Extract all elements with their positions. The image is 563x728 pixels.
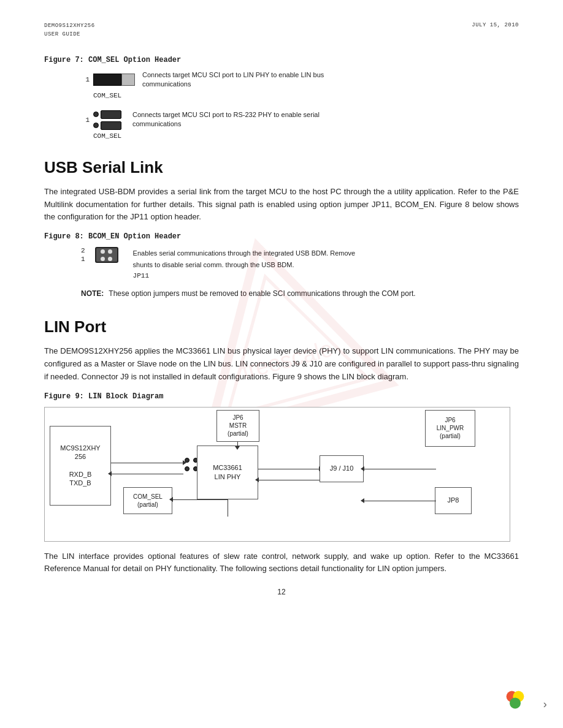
note-label: NOTE:: [81, 288, 104, 299]
fig8-dot3: [108, 249, 112, 254]
arrow-jp8: [364, 501, 436, 501]
fig7-rs232-text1: Connects target MCU SCI port to RS-232 P…: [132, 110, 320, 119]
fig8-dots-col1: [101, 249, 105, 261]
header-date: JULY 15, 2010: [472, 22, 519, 39]
fig9-j9j10-box: J9 / J10: [320, 455, 364, 482]
usb-section-heading: USB Serial Link: [44, 158, 519, 177]
fig9-phy-label: MC33661LIN PHY: [213, 463, 242, 481]
fig9-mcu-label: MC9S12XHY256RXD_BTXD_B: [60, 444, 100, 487]
next-arrow[interactable]: ›: [542, 699, 548, 711]
fig9-mcu-box: MC9S12XHY256RXD_BTXD_B: [50, 426, 111, 506]
fig7-title: Figure 7: COM_SEL Option Header: [44, 56, 519, 64]
usb-section-para: The integrated USB-BDM provides a serial…: [44, 186, 519, 224]
arrow-phy-com: [228, 499, 228, 517]
arrowhead-left1: [108, 471, 112, 476]
page-header: DEMO9S12XHY256 USER GUIDE JULY 15, 2010: [44, 22, 519, 39]
fig9-jp6-mstr-box: JP6MSTR(partial): [216, 410, 259, 442]
fig9-phy-box: MC33661LIN PHY: [197, 446, 258, 499]
fig8-jumper: [95, 247, 118, 263]
jumper-filled-block: [93, 74, 121, 86]
arrow-j9-right: [364, 469, 436, 469]
fig7-rs232-row: 1 Connects target MCU SCI port to RS-232…: [81, 110, 519, 130]
fig8-text1: Enables serial communications through th…: [133, 247, 356, 259]
fig9-title: Figure 9: LIN Block Diagram: [44, 392, 519, 401]
fig8-num2: 2: [81, 247, 85, 254]
arrowhead-down1: [235, 446, 240, 450]
jumper-rect1: [101, 110, 121, 119]
header-doc-type: USER GUIDE: [44, 31, 95, 39]
page-number: 12: [277, 588, 285, 596]
fig8-title: Figure 8: BCOM_EN Option Header: [44, 232, 519, 241]
fig8-dot1: [101, 249, 105, 254]
fig7-lin-jumper: [93, 74, 135, 86]
fig7-lin-label: COM_SEL: [93, 92, 519, 99]
arrow-h-com: [172, 499, 228, 500]
fig9-title-text: Figure 9: LIN Block Diagram: [44, 392, 163, 401]
fig7-lin-config: 1 Connects target MCU SCI port to LIN PH…: [81, 70, 519, 99]
lin-section-heading: LIN Port: [44, 317, 519, 336]
arrow-mcu-phy-top: [111, 463, 183, 463]
fig8-label: JP11: [133, 272, 356, 279]
fig9-com-sel-label: COM_SEL (partial): [133, 493, 163, 509]
arrowhead-left5: [169, 497, 173, 502]
fig7-lin-num: 1: [81, 76, 90, 83]
lin-section-para: The DEMO9S12XHY256 applies the MC33661 L…: [44, 345, 519, 383]
page-footer: 12: [44, 588, 519, 596]
jumper-rect2: [101, 121, 121, 130]
fig8-text-block: Enables serial communications through th…: [133, 247, 356, 279]
fig7-rs232-dots: [93, 110, 121, 130]
fig8-dot2: [101, 257, 105, 261]
arrow-phy-mcu: [111, 474, 183, 474]
fig8-num1: 1: [81, 256, 85, 263]
conn-dot3: [185, 466, 190, 471]
arrowhead-left3: [361, 466, 364, 471]
note-block: NOTE: These option jumpers must be remov…: [81, 288, 519, 299]
fig9-jp8-label: JP8: [448, 496, 459, 504]
fig7-lin-text1: Connects target MCU SCI port to LIN PHY …: [142, 70, 324, 80]
fig7-title-text: Figure 7: COM_SEL Option Header: [44, 56, 181, 64]
fig9-jp6-lin-box: JP6LIN_PWR(partial): [425, 410, 475, 447]
fig8-jumper-block: [95, 247, 118, 263]
arrow-phy-j9: [258, 469, 320, 469]
arrow-j9-phy: [258, 480, 320, 480]
fig8-title-text: Figure 8: BCOM_EN Option Header: [44, 232, 181, 241]
fig9-lin-diagram: MC9S12XHY256RXD_BTXD_B COM_SEL (partial): [44, 407, 510, 542]
fig8-bcom-figure: 2 1 Enables serial communications throug…: [81, 247, 519, 279]
fig9-jp6-mstr-label: JP6MSTR(partial): [228, 414, 248, 438]
jumper-open-block: [121, 74, 135, 86]
fig7-rs232-text2: communications: [132, 119, 320, 129]
fig9-j9j10-label: J9 / J10: [330, 464, 354, 472]
fig7-rs232-text: Connects target MCU SCI port to RS-232 P…: [132, 110, 320, 129]
fig9-com-sel-box: COM_SEL (partial): [123, 487, 172, 514]
note-text: These option jumpers must be removed to …: [109, 288, 415, 299]
dot2: [93, 123, 99, 128]
fig7-lin-row: 1 Connects target MCU SCI port to LIN PH…: [81, 70, 519, 89]
arrowhead-left2: [255, 477, 259, 482]
page: freescale DEMO9S12XHY256 USER GUIDE JULY…: [0, 0, 563, 728]
fig8-dots-col2: [108, 249, 112, 261]
svg-point-5: [510, 697, 521, 708]
fig9-jp8-box: JP8: [435, 487, 472, 514]
header-doc-name: DEMO9S12XHY256: [44, 22, 95, 31]
freescale-logo: [504, 689, 526, 711]
header-left: DEMO9S12XHY256 USER GUIDE: [44, 22, 95, 39]
fig7-rs232-label: COM_SEL: [93, 132, 519, 140]
fig7-lin-text2: communications: [142, 80, 324, 89]
dot1: [93, 112, 99, 117]
lin-para2: The LIN interface provides optional feat…: [44, 550, 519, 576]
fig8-dot4: [108, 257, 112, 261]
fig9-connector-dots: [185, 458, 198, 471]
arrowhead-left4: [361, 498, 364, 503]
fig7-rs232-config: 1 Connects target MCU SCI port to RS-232…: [81, 110, 519, 140]
fig7-lin-text: Connects target MCU SCI port to LIN PHY …: [142, 70, 324, 89]
arrow-jp6-phy: [237, 442, 238, 447]
fig9-jp6-lin-label: JP6LIN_PWR(partial): [437, 416, 464, 440]
arrowhead-right1: [183, 460, 186, 465]
fig8-pin-labels: 2 1: [81, 247, 85, 263]
fig8-text2: shunts to disable serial comm. through t…: [133, 259, 356, 270]
fig7-rs232-num: 1: [81, 110, 90, 124]
